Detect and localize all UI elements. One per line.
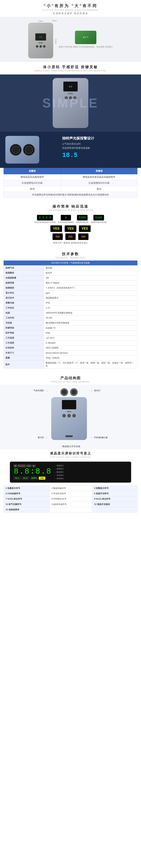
symbol-cell-1-1: 5 手动开启符号: [49, 491, 92, 496]
tech-row: 显示单位ppm: [4, 290, 137, 296]
tech-param-value: 150g（含电池）: [44, 355, 137, 361]
symbol-row: 1 电量显示符号2 数据传输符号3 报警提示符号: [4, 486, 137, 491]
tech-param-key: 防护等级: [4, 331, 44, 336]
dim-side: 9.2cm: [55, 39, 57, 44]
alarm-table-section: 低警报 高警报 蜂鸣器低高高频报警声 蜂鸣器更快更优低高高频报警声 红蓝报警指示…: [0, 168, 141, 200]
tech-row: 外壳材料ABS工程塑料: [4, 345, 137, 350]
tech-param-key: 工作温度: [4, 336, 44, 341]
label-display: 显示区 →: [33, 436, 48, 439]
tech-param-value: 液晶数据显示: [44, 296, 137, 301]
feature-title-cn: 体小质轻 手感舒适 按键灵敏: [4, 65, 137, 69]
struct-bottom-label: ↑ 数据接口/开关存储: [0, 443, 141, 450]
tech-param-value: 92mm×58mm×28.5mm: [44, 350, 137, 355]
lcd-top-indicators: S ALARM CH4 ▶: [14, 465, 52, 467]
product-comparison: 5.8cm 2.9cm 9.2cm 0.0 hhdɑr 银行卡 深厚小巧的外形: [0, 17, 141, 62]
tech-param-value: 微USB独立控制充电电源: [44, 320, 137, 326]
ann-4: ← 单位显示: [54, 474, 64, 476]
lcd-display-outer: S ALARM CH4 ▶ 8.8:8.8 AL-L AL-H ZERO CAL…: [0, 460, 141, 486]
lcd-left: S ALARM CH4 ▶ 8.8:8.8 AL-L AL-H ZERO CAL: [14, 465, 52, 479]
hd-btn-3: [73, 96, 76, 99]
symbol-cell-4-1: [49, 507, 92, 513]
lcd-ind-s: S: [14, 465, 17, 467]
alarm-cell-2-2: 红蓝报警指示灯闪烁: [61, 180, 137, 186]
symbol-cell-2-2: 9 %LEL单位符号: [92, 496, 137, 502]
lcd-ind-ch4: CH4: [26, 465, 31, 467]
section-operation: 操作简单 响应迅速 THE OPERATION IS SIMPLE AND QU…: [0, 200, 141, 213]
screen-row-yes: YES YES YES: [4, 225, 137, 232]
lcd-bottom-badges: AL-L AL-H ZERO CAL: [14, 476, 52, 479]
tech-row: 传感器数量2传: [4, 276, 137, 281]
struct-screen: [62, 400, 76, 409]
alarm-cell-4-full: 开启报警后声光和振动均同时显示 同时检测到高低报警优先次行高报警动作: [4, 192, 137, 198]
slogan-main: "小"有所为 "大"有不同: [2, 3, 139, 8]
screen-0200: 0200: [77, 215, 87, 220]
tech-title-en: TECHNICAL PARAMETERS: [4, 257, 137, 259]
tech-table-wrapper: HG-MOU-HC型单一气体检测仪技术参数 检测气体氧化氢检测量程电化学传感器数…: [0, 260, 141, 372]
label-power: ← 开机键/确认键: [91, 436, 107, 439]
symbol-table-wrapper: 1 电量显示符号2 数据传输符号3 报警提示符号4 USB连接符号5 手动开启符…: [0, 486, 141, 516]
alarm-table-header-low: 低警报: [4, 168, 61, 174]
symbol-row: 4 USB连接符号5 手动开启符号6 直接开启符号: [4, 491, 137, 496]
section-features: 体小质轻 手感舒适 按键灵敏 SMALL LIGHT HAND FEEL COM…: [0, 62, 141, 74]
tech-param-key: 传感器数量: [4, 276, 44, 281]
tech-row: 防爆等级ExibⅡB T3: [4, 326, 137, 331]
structure-diagram: 气体传感区 → 显示区 → hhdar: [0, 384, 141, 443]
alarm-table: 低警报 高警报 蜂鸣器低高高频报警声 蜂鸣器更快更优低高高频报警声 红蓝报警指示…: [4, 168, 137, 198]
screen-row-1: 8.8.8.8 开机后检测直接进入此界面 0 有充裕按键功能模拟 0200 高报…: [4, 215, 137, 223]
button-2: [39, 45, 42, 48]
comparison-caption: 深厚小巧的外形 和银行卡对比超薄米超短，轻佐便携 利器便心: [59, 45, 113, 48]
slogan-sub: A LITTLE ACTION MAKES A BIG DIFFERENCE: [2, 9, 139, 11]
lcd-main-display: 8.8:8.8: [14, 467, 52, 476]
op-caption: 简单方式一键更改 使用起来安全放心: [4, 241, 137, 244]
arrow-left-2: ←: [91, 436, 93, 439]
section-tech: 技术参数 TECHNICAL PARAMETERS: [0, 248, 141, 260]
brand-logo-1: hhdɑr: [38, 42, 43, 44]
feature-title-en: SMALL LIGHT HAND FEEL COMFORTABLE BUTTON…: [4, 70, 137, 72]
alarm-cell-1-2: 蜂鸣器更快更优低高高频报警声: [61, 174, 137, 180]
symbol-cell-2-0: 7 %VOL单位符号: [4, 496, 49, 502]
screen-no-1: no: [52, 234, 63, 240]
dial-right-inner: [25, 146, 33, 154]
device-buttons-1: [36, 45, 45, 48]
screen-item-2: 0 有充裕按键功能模拟: [58, 215, 74, 223]
dial-left-inner: [11, 146, 20, 154]
tech-param-key: 显示技术: [4, 296, 44, 301]
screen-no-2: no: [65, 234, 76, 240]
tech-param-key: 防爆等级: [4, 326, 44, 331]
dial-left: [10, 144, 22, 156]
screen-value-1: 0.0: [39, 36, 42, 38]
struct-brand-logo: hhdar: [67, 411, 71, 412]
alarm-row-3: 振动 振动: [4, 186, 137, 192]
alarm-subtitle: 让气体浓度在达到: [62, 142, 136, 146]
tech-param-value: 声光: [44, 301, 137, 306]
label-sensor: 气体传感区 →: [33, 389, 48, 392]
tech-param-key: 检测范围: [4, 281, 44, 285]
slogan-sub2: 先进的安全保护 就在您身边: [2, 12, 139, 15]
screen-yes-2: YES: [65, 225, 76, 232]
lcd-badge-all: AL-L: [14, 476, 21, 479]
tech-row: 工作电压3.7V: [4, 306, 137, 311]
tech-row: 报警功能声光: [4, 301, 137, 306]
card-text: 银行卡: [83, 36, 89, 38]
symbol-cell-3-2: 12 液晶开启描述: [92, 502, 137, 507]
page-wrapper: "小"有所为 "大"有不同 A LITTLE ACTION MAKES A BI…: [0, 0, 141, 516]
lcd-badge-alh: AL-H: [22, 476, 29, 479]
hd-value: 0.0: [69, 85, 72, 88]
button-3: [43, 45, 45, 48]
tech-param-key: 检测量程: [4, 271, 44, 276]
struct-labels-right: ← 指示灯 ← 开机键/确认键: [91, 389, 107, 439]
tech-table: 检测气体氧化氢检测量程电化学传感器数量2传检测范围量化 0~50ppm检测精度<…: [4, 265, 137, 369]
symbol-cell-2-1: 8 PPM单位符号: [49, 496, 92, 502]
tech-param-key: 电源: [4, 311, 44, 315]
struct-device-container: hhdar: [51, 388, 87, 440]
struct-labels-left: 气体传感区 → 显示区 →: [33, 389, 48, 439]
lcd-title-en: LCD screen logo symbol meaning: [4, 456, 137, 458]
alarm-row-1: 蜂鸣器低高高频报警声 蜂鸣器更快更优低高高频报警声: [4, 174, 137, 180]
tech-row: 检测量程电化学: [4, 271, 137, 276]
hand-device-visual: 0.0 hhdɑr: [52, 78, 89, 128]
card-image: 银行卡: [75, 31, 96, 44]
arrow-left-1: ←: [91, 389, 93, 392]
tech-param-key: 外形尺寸: [4, 350, 44, 355]
op-title-en: THE OPERATION IS SIMPLE AND QUICK: [4, 209, 137, 211]
tech-row: 重量150g（含电池）: [4, 355, 137, 361]
